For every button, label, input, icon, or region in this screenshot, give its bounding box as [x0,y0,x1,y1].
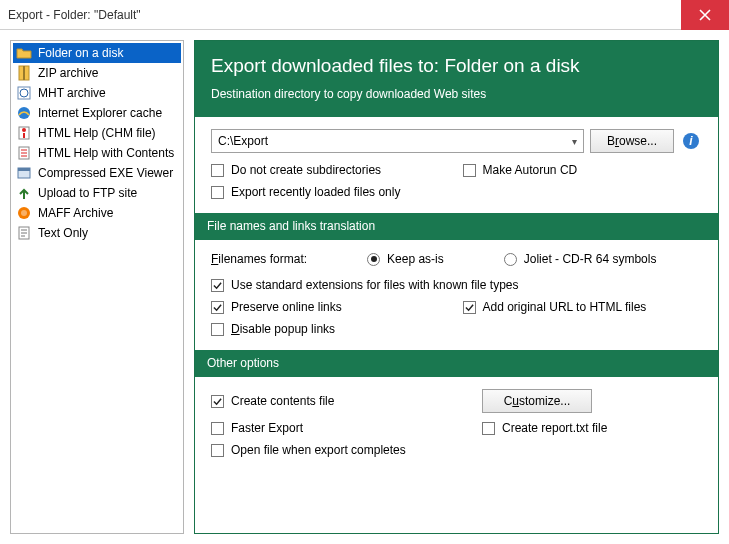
sidebar-item-label: MHT archive [38,86,106,100]
add-url-checkbox[interactable]: Add original URL to HTML files [463,300,703,314]
make-autorun-checkbox[interactable]: Make Autorun CD [463,163,703,177]
sidebar-item-exe[interactable]: Compressed EXE Viewer [13,163,181,183]
info-icon: i [682,132,700,150]
sidebar-item-label: HTML Help with Contents [38,146,174,160]
create-report-checkbox[interactable]: Create report.txt file [482,421,702,435]
window-close-button[interactable] [681,0,729,30]
create-contents-checkbox[interactable]: Create contents file [211,389,470,413]
sidebar-item-ftp[interactable]: Upload to FTP site [13,183,181,203]
filenames-format-label: Filenames format: [211,252,307,266]
close-icon [699,9,711,21]
main-header: Export downloaded files to: Folder on a … [195,41,718,117]
svg-rect-7 [23,133,25,138]
exe-icon [16,165,32,181]
export-type-list[interactable]: Folder on a diskZIP archiveMHT archiveIn… [10,40,184,534]
sidebar-item-chm-toc[interactable]: HTML Help with Contents [13,143,181,163]
ftp-icon [16,185,32,201]
other-header: Other options [195,350,718,377]
window-title: Export - Folder: "Default" [8,8,141,22]
sidebar-item-label: Upload to FTP site [38,186,137,200]
zip-icon [16,65,32,81]
info-button[interactable]: i [680,130,702,152]
sidebar-item-label: ZIP archive [38,66,98,80]
sidebar-item-label: Folder on a disk [38,46,123,60]
disable-popup-checkbox[interactable]: Disable popup links [211,322,702,336]
no-subdirs-checkbox[interactable]: Do not create subdirectories [211,163,451,177]
chm-toc-icon [16,145,32,161]
chm-icon [16,125,32,141]
window-titlebar: Export - Folder: "Default" [0,0,729,30]
svg-rect-1 [23,66,25,80]
std-extensions-checkbox[interactable]: Use standard extensions for files with k… [211,278,702,292]
preserve-links-checkbox[interactable]: Preserve online links [211,300,451,314]
recent-only-checkbox[interactable]: Export recently loaded files only [211,185,702,199]
destination-path-value: C:\Export [218,134,268,148]
other-section: Create contents file Customize... Faster… [195,377,718,471]
svg-point-12 [21,210,27,216]
destination-section: C:\Export ▾ Browse... i Do not create su… [195,117,718,213]
destination-path-combo[interactable]: C:\Export ▾ [211,129,584,153]
maff-icon [16,205,32,221]
folder-open-icon [16,45,32,61]
faster-export-checkbox[interactable]: Faster Export [211,421,470,435]
sidebar-item-ie[interactable]: Internet Explorer cache [13,103,181,123]
keep-asis-radio[interactable]: Keep as-is [367,252,444,266]
sidebar-item-zip[interactable]: ZIP archive [13,63,181,83]
sidebar-item-maff[interactable]: MAFF Archive [13,203,181,223]
filenames-section: Filenames format: Keep as-is Joliet - CD… [195,240,718,350]
text-icon [16,225,32,241]
sidebar-item-label: Text Only [38,226,88,240]
customize-button[interactable]: Customize... [482,389,592,413]
sidebar-item-folder-open[interactable]: Folder on a disk [13,43,181,63]
sidebar-item-chm[interactable]: HTML Help (CHM file) [13,123,181,143]
open-after-checkbox[interactable]: Open file when export completes [211,443,702,457]
svg-point-6 [22,128,26,132]
sidebar-item-text[interactable]: Text Only [13,223,181,243]
sidebar-item-label: MAFF Archive [38,206,113,220]
browse-button[interactable]: Browse... [590,129,674,153]
mht-icon [16,85,32,101]
sidebar-item-mht[interactable]: MHT archive [13,83,181,103]
joliet-radio[interactable]: Joliet - CD-R 64 symbols [504,252,657,266]
chevron-down-icon: ▾ [572,136,577,147]
svg-rect-10 [18,168,30,171]
page-title: Export downloaded files to: Folder on a … [211,55,702,77]
sidebar-item-label: Compressed EXE Viewer [38,166,173,180]
sidebar-item-label: HTML Help (CHM file) [38,126,156,140]
page-subtitle: Destination directory to copy downloaded… [211,87,702,101]
main-panel: Export downloaded files to: Folder on a … [194,40,719,534]
filenames-header: File names and links translation [195,213,718,240]
sidebar-item-label: Internet Explorer cache [38,106,162,120]
ie-icon [16,105,32,121]
